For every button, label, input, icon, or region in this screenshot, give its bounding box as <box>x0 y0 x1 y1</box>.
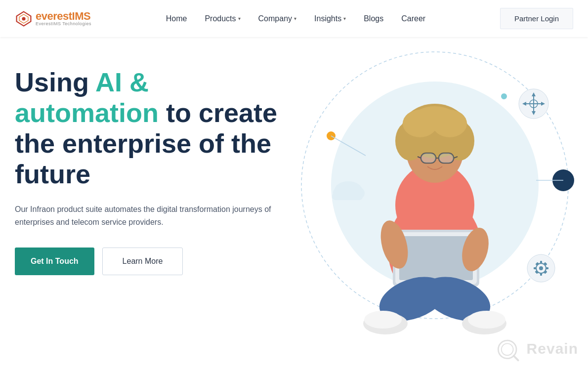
nav-item-career[interactable]: Career <box>401 14 425 23</box>
nav-item-home[interactable]: Home <box>166 14 187 23</box>
hero-svg <box>267 37 588 372</box>
brand-name: everestIMS <box>36 11 91 22</box>
nav-item-products[interactable]: Products▾ <box>205 14 240 23</box>
partner-login-button[interactable]: Partner Login <box>500 8 573 29</box>
svg-point-20 <box>539 266 543 270</box>
revain-brand-text: Revain <box>527 340 578 357</box>
hero-heading: Using AI & automation to create the ente… <box>15 67 282 189</box>
hero-section: Using AI & automation to create the ente… <box>0 37 588 372</box>
svg-point-6 <box>501 93 507 99</box>
svg-point-57 <box>364 311 402 329</box>
revain-icon <box>495 335 522 362</box>
svg-line-62 <box>513 356 518 360</box>
svg-rect-32 <box>332 193 363 200</box>
svg-point-61 <box>501 343 513 355</box>
svg-rect-47 <box>421 153 436 163</box>
svg-rect-21 <box>540 261 542 264</box>
svg-rect-51 <box>399 236 473 280</box>
logo[interactable]: everestIMS EverestIMS Technologies <box>15 10 91 28</box>
nav-item-company[interactable]: Company▾ <box>258 14 296 23</box>
logo-icon <box>15 10 33 28</box>
hero-buttons: Get In Touch Learn More <box>15 248 282 275</box>
nav-menu: Home Products▾ Company▾ Insights▾ Blogs … <box>166 14 425 23</box>
brand-tagline: EverestIMS Technologies <box>36 22 91 26</box>
hero-subtext: Our Infraon product suite automates the … <box>15 203 282 228</box>
svg-rect-24 <box>546 267 548 269</box>
hero-illustration: Revain <box>267 37 588 372</box>
svg-point-41 <box>413 106 457 131</box>
svg-point-59 <box>468 311 505 329</box>
svg-point-2 <box>22 17 25 20</box>
svg-rect-22 <box>540 273 542 276</box>
nav-item-insights[interactable]: Insights▾ <box>314 14 346 23</box>
hero-content: Using AI & automation to create the ente… <box>0 37 296 275</box>
nav-item-blogs[interactable]: Blogs <box>364 14 383 23</box>
navbar: everestIMS EverestIMS Technologies Home … <box>0 0 588 37</box>
learn-more-button[interactable]: Learn More <box>102 248 183 275</box>
svg-rect-23 <box>534 267 537 269</box>
revain-watermark: Revain <box>495 335 578 362</box>
svg-rect-48 <box>439 153 454 163</box>
get-in-touch-button[interactable]: Get In Touch <box>15 248 94 275</box>
